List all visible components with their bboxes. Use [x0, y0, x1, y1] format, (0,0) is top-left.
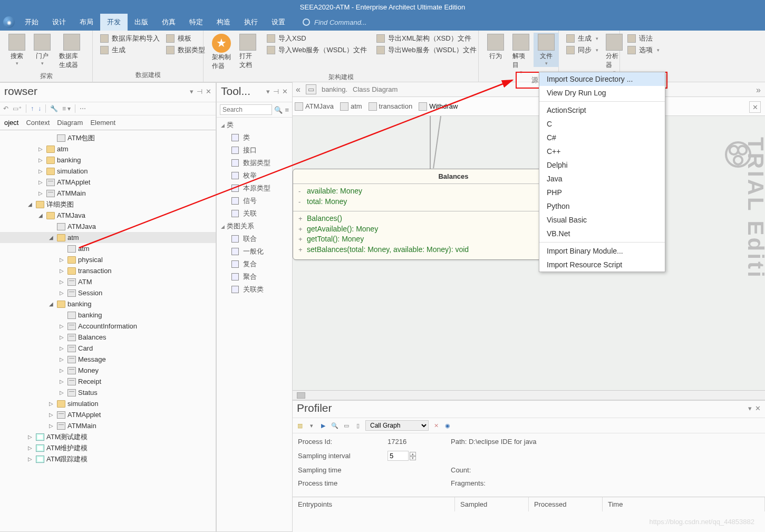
- dd-delphi[interactable]: Delphi: [539, 158, 665, 172]
- dd-import-binary[interactable]: Import Binary Module...: [539, 244, 665, 258]
- dd-python[interactable]: Python: [539, 199, 665, 213]
- dd-view-dry-run[interactable]: View Dry Run Log: [539, 86, 665, 100]
- dd-csharp[interactable]: C#: [539, 131, 665, 144]
- svg-line-0: [79, 80, 512, 248]
- dd-actionscript[interactable]: ActionScript: [539, 103, 665, 117]
- dd-java[interactable]: Java: [539, 172, 665, 186]
- dd-import-resource[interactable]: Import Resource Script: [539, 258, 665, 272]
- dd-vbnet[interactable]: VB.Net: [539, 227, 665, 240]
- dd-php[interactable]: PHP: [539, 186, 665, 199]
- file-dropdown-menu: Import Source Directory ... View Dry Run…: [539, 72, 665, 272]
- dd-import-source-dir[interactable]: Import Source Directory ...: [539, 72, 665, 86]
- dd-vb[interactable]: Visual Basic: [539, 213, 665, 227]
- dd-cpp[interactable]: C++: [539, 144, 665, 158]
- dd-c[interactable]: C: [539, 117, 665, 131]
